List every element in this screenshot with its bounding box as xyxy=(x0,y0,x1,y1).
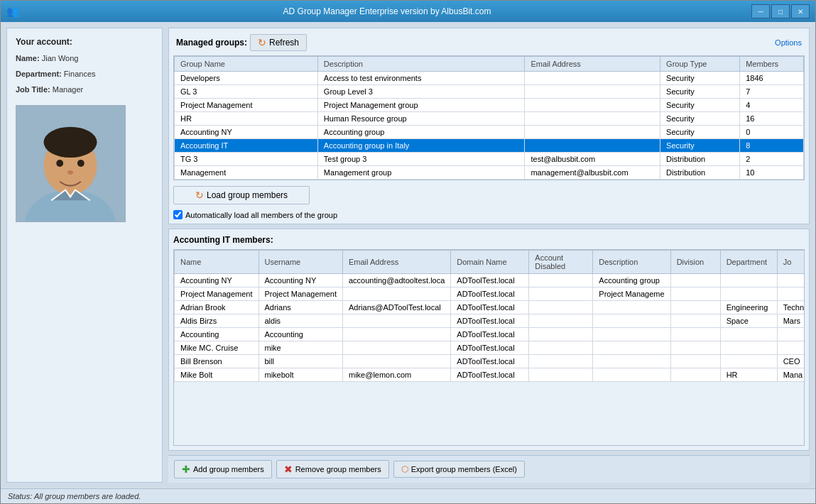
member-job-cell xyxy=(777,341,805,355)
member-disabled-cell xyxy=(529,328,593,341)
table-row[interactable]: Adrian Brook Adrians Adrians@ADToolTest.… xyxy=(175,301,805,314)
group-desc-cell: Test group 3 xyxy=(317,153,525,166)
member-desc-cell xyxy=(593,368,670,382)
member-division-cell xyxy=(670,274,720,287)
group-name-cell: GL 3 xyxy=(175,85,318,99)
member-desc-cell: Accounting group xyxy=(593,274,670,287)
group-desc-cell: Group Level 3 xyxy=(317,85,525,99)
table-row[interactable]: Mike Bolt mikebolt mike@lemon.com ADTool… xyxy=(175,368,805,382)
members-section: Accounting IT members: Name Username Ema… xyxy=(168,229,810,451)
auto-load-checkbox[interactable] xyxy=(173,210,183,219)
member-desc-cell xyxy=(593,328,670,341)
table-row[interactable]: HR Human Resource group Security 16 xyxy=(175,112,804,126)
load-members-button[interactable]: ↻ Load group members xyxy=(173,186,310,204)
members-table-container[interactable]: Name Username Email Address Domain Name … xyxy=(173,249,805,446)
member-domain-cell: ADToolTest.local xyxy=(451,341,529,355)
member-dept-cell xyxy=(720,341,777,355)
department-value: Finances xyxy=(64,70,96,78)
table-row[interactable]: Mike MC. Cruise mike ADToolTest.local xyxy=(175,341,805,355)
remove-members-button[interactable]: ✖ Remove group members xyxy=(276,460,389,478)
groups-table-header: Group Name Description Email Address Gro… xyxy=(175,57,804,72)
member-name-cell: Accounting NY xyxy=(175,274,259,287)
member-dept-cell xyxy=(720,287,777,301)
member-username-cell: mikebolt xyxy=(259,368,343,382)
managed-groups-section: Managed groups: ↻ Refresh Options Group … xyxy=(168,28,810,224)
group-members-cell: 2 xyxy=(740,153,804,166)
member-division-cell xyxy=(670,328,720,341)
member-disabled-cell xyxy=(529,368,593,382)
auto-load-label: Automatically load all members of the gr… xyxy=(185,211,337,219)
remove-icon: ✖ xyxy=(284,464,293,475)
members-table: Name Username Email Address Domain Name … xyxy=(174,250,805,382)
minimize-button[interactable]: ─ xyxy=(751,4,770,18)
group-email-cell xyxy=(525,112,660,126)
col-description: Description xyxy=(317,57,525,72)
member-email-cell xyxy=(343,314,451,328)
member-username-cell: aldis xyxy=(259,314,343,328)
table-row[interactable]: Accounting NY Accounting NY accounting@a… xyxy=(175,274,805,287)
svg-point-6 xyxy=(77,160,85,167)
table-row[interactable]: Project Management Project Management AD… xyxy=(175,287,805,301)
table-row[interactable]: TG 3 Test group 3 test@albusbit.com Dist… xyxy=(175,153,804,166)
member-division-cell xyxy=(670,368,720,382)
member-email-cell: accounting@adtooltest.loca xyxy=(343,274,451,287)
member-domain-cell: ADToolTest.local xyxy=(451,328,529,341)
table-row[interactable]: Bill Brenson bill ADToolTest.local CEO xyxy=(175,355,805,368)
table-row[interactable]: Accounting NY Accounting group Security … xyxy=(175,126,804,139)
groups-header: Managed groups: ↻ Refresh Options xyxy=(173,33,805,53)
export-members-button[interactable]: ⬡ Export group members (Excel) xyxy=(393,461,525,478)
member-dept-cell xyxy=(720,328,777,341)
add-label: Add group members xyxy=(193,465,264,473)
window-controls: ─ □ ✕ xyxy=(751,4,810,18)
group-name-cell: HR xyxy=(175,112,318,126)
member-division-cell xyxy=(670,355,720,368)
group-type-cell: Security xyxy=(660,112,740,126)
member-email-cell xyxy=(343,328,451,341)
export-icon: ⬡ xyxy=(401,464,408,474)
groups-table-container[interactable]: Group Name Description Email Address Gro… xyxy=(173,55,805,180)
group-name-cell: Developers xyxy=(175,72,318,85)
member-dept-cell: Space xyxy=(720,314,777,328)
member-disabled-cell xyxy=(529,355,593,368)
department-label: Department: xyxy=(16,70,62,78)
table-row[interactable]: Developers Access to test environments S… xyxy=(175,72,804,85)
maximize-button[interactable]: □ xyxy=(771,4,790,18)
member-desc-cell: Project Manageme xyxy=(593,287,670,301)
options-link[interactable]: Options xyxy=(775,38,802,47)
col-m-email: Email Address xyxy=(343,251,451,274)
table-row[interactable]: Accounting Accounting ADToolTest.local xyxy=(175,328,805,341)
member-job-cell xyxy=(777,328,805,341)
groups-table: Group Name Description Email Address Gro… xyxy=(174,56,804,180)
refresh-button[interactable]: ↻ Refresh xyxy=(250,34,307,51)
groups-header-row: Group Name Description Email Address Gro… xyxy=(175,57,804,72)
member-dept-cell xyxy=(720,274,777,287)
group-desc-cell: Project Management group xyxy=(317,99,525,112)
group-desc-cell: Accounting group in Italy xyxy=(317,139,525,153)
title-bar: 👥 AD Group Manager Enterprise version by… xyxy=(1,1,815,22)
member-domain-cell: ADToolTest.local xyxy=(451,355,529,368)
members-title: Accounting IT members: xyxy=(173,234,805,246)
group-name-cell: Project Management xyxy=(175,99,318,112)
member-username-cell: bill xyxy=(259,355,343,368)
member-email-cell: Adrians@ADToolTest.local xyxy=(343,301,451,314)
member-username-cell: Adrians xyxy=(259,301,343,314)
table-row[interactable]: Aldis Birzs aldis ADToolTest.local Space… xyxy=(175,314,805,328)
app-icon: 👥 xyxy=(6,6,18,17)
member-name-cell: Accounting xyxy=(175,328,259,341)
group-name-cell: Management xyxy=(175,166,318,180)
member-name-cell: Aldis Birzs xyxy=(175,314,259,328)
table-row[interactable]: Management Management group management@a… xyxy=(175,166,804,180)
member-disabled-cell xyxy=(529,301,593,314)
svg-point-4 xyxy=(43,127,97,158)
group-email-cell xyxy=(525,99,660,112)
table-row[interactable]: Accounting IT Accounting group in Italy … xyxy=(175,139,804,153)
load-btn-label: Load group members xyxy=(207,190,288,200)
table-row[interactable]: Project Management Project Management gr… xyxy=(175,99,804,112)
member-disabled-cell xyxy=(529,341,593,355)
table-row[interactable]: GL 3 Group Level 3 Security 7 xyxy=(175,85,804,99)
close-button[interactable]: ✕ xyxy=(791,4,810,18)
group-desc-cell: Management group xyxy=(317,166,525,180)
content-area: Your account: Name: Jian Wong Department… xyxy=(1,22,815,488)
add-members-button[interactable]: ✚ Add group members xyxy=(174,460,272,478)
group-members-cell: 7 xyxy=(740,85,804,99)
